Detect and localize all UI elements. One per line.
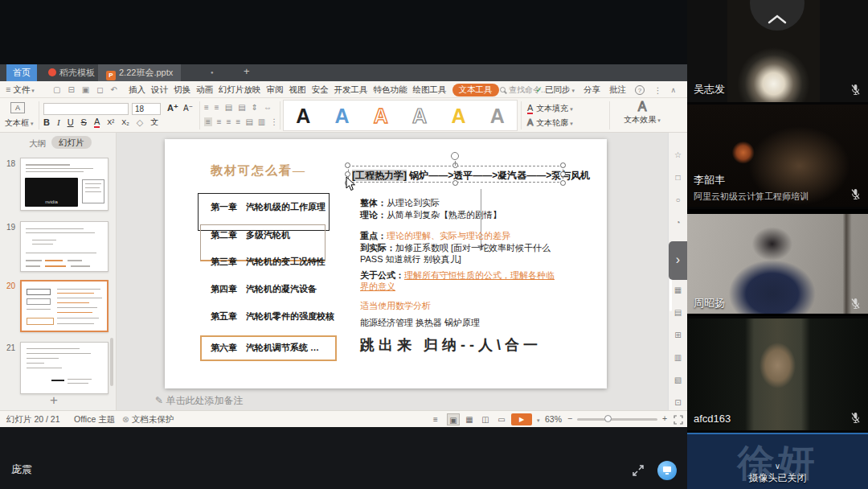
- participant-tile-camera-off[interactable]: 徐妍 ∨ 摄像头已关闭: [687, 433, 868, 489]
- decrease-font-button[interactable]: A⁻: [183, 104, 193, 113]
- chapter-line[interactable]: 第四章 汽轮机的凝汽设备: [211, 283, 317, 295]
- menu-animation[interactable]: 动画: [196, 84, 213, 96]
- menu-transitions[interactable]: 切换: [174, 84, 190, 96]
- side-tool-icon[interactable]: ⊡: [674, 398, 681, 407]
- side-tool-icon[interactable]: ▥: [674, 353, 682, 362]
- side-tool-icon[interactable]: ▧: [674, 376, 682, 384]
- tab-home[interactable]: 首页: [6, 64, 37, 81]
- note-line[interactable]: 到实际：加修正系数呗 [面对一坨效率时候干什么 PASS 知道就行 别较真儿]: [360, 242, 571, 265]
- note-line[interactable]: 重点：理论的理解、实际与理论的差异: [360, 230, 510, 241]
- font-color-button[interactable]: A: [94, 117, 100, 128]
- selection-handle[interactable]: [560, 171, 566, 177]
- wordart-preset-gray[interactable]: A: [490, 101, 505, 130]
- horizontal-spacing-icon[interactable]: ⇔: [264, 103, 272, 112]
- tab-slides-active[interactable]: 幻灯片: [51, 136, 92, 149]
- side-tool-icon[interactable]: ○: [675, 195, 680, 204]
- underline-button[interactable]: U: [68, 117, 74, 127]
- participant-tile[interactable]: 李韶丰 阿里云初级云计算工程师培训: [687, 105, 868, 209]
- columns-icon[interactable]: ▥: [258, 117, 265, 126]
- chapter-line[interactable]: 第二章 多级汽轮机: [211, 229, 290, 241]
- kebab-menu-icon[interactable]: ⋮: [653, 85, 662, 95]
- wordart-preset-orange-outline[interactable]: A: [374, 101, 388, 130]
- meeting-app-button[interactable]: [657, 461, 677, 480]
- panel-scrollbar[interactable]: [110, 338, 113, 386]
- chapter-line[interactable]: 第五章 汽轮机零件的强度校核: [211, 310, 334, 323]
- side-tool-icon[interactable]: ▤: [674, 308, 682, 317]
- bullets-icon[interactable]: ⋮: [270, 117, 278, 126]
- side-tool-icon[interactable]: ▦: [674, 286, 682, 294]
- participant-tile[interactable]: afcd163: [687, 318, 868, 433]
- collapse-ribbon-icon[interactable]: ∧: [670, 86, 676, 94]
- strikethrough-button[interactable]: S: [81, 117, 87, 127]
- new-tab-button[interactable]: +: [244, 65, 250, 77]
- menu-drawing-tools[interactable]: 绘图工具: [413, 84, 447, 96]
- font-size-combobox[interactable]: 18: [132, 103, 161, 115]
- side-tool-icon[interactable]: ☆: [674, 150, 682, 159]
- note-line[interactable]: 整体：从理论到实际: [360, 197, 440, 208]
- selection-handle[interactable]: [560, 162, 566, 168]
- superscript-button[interactable]: X²: [107, 118, 114, 126]
- text-fill-button[interactable]: A文本填充▾: [527, 103, 573, 114]
- preview-icon[interactable]: ▣: [82, 85, 89, 94]
- theme-name[interactable]: Office 主题: [74, 414, 115, 425]
- zoom-slider-track[interactable]: [577, 418, 657, 421]
- line-spacing-icon[interactable]: ≡: [204, 103, 209, 112]
- rotate-handle[interactable]: [451, 152, 459, 160]
- file-menu[interactable]: ≡文件▾: [6, 81, 35, 98]
- menu-design[interactable]: 设计: [151, 84, 168, 96]
- menu-text-tools-active[interactable]: 文本工具: [452, 84, 499, 97]
- align-right-icon[interactable]: ≡: [227, 117, 231, 126]
- menu-insert[interactable]: 插入: [129, 84, 145, 96]
- increase-font-button[interactable]: A⁺: [167, 103, 178, 113]
- selection-handle[interactable]: [452, 180, 458, 186]
- share-button[interactable]: 分享: [583, 84, 600, 96]
- play-slideshow-button[interactable]: ▶: [511, 413, 532, 425]
- note-line[interactable]: 关于公式：理解所有守恒性质的公式，理解各种临界的意义: [360, 269, 563, 292]
- menu-slideshow[interactable]: 幻灯片放映: [219, 84, 261, 96]
- menu-dev-tools[interactable]: 开发工具: [334, 84, 368, 96]
- menu-view[interactable]: 视图: [289, 84, 306, 96]
- distribute-icon[interactable]: ▤: [245, 117, 252, 126]
- side-tool-icon[interactable]: ◔: [675, 218, 680, 227]
- align-center-icon[interactable]: ≡: [217, 117, 222, 126]
- zoom-percent[interactable]: 63%: [545, 414, 562, 424]
- slide-thumbnail-18[interactable]: nvidia: [20, 158, 108, 211]
- slide-big-phrase[interactable]: 跳出来 归纳--人\合一: [360, 335, 542, 355]
- fit-window-icon[interactable]: [674, 415, 683, 425]
- justify-icon[interactable]: ≡: [236, 117, 241, 126]
- zoom-out-button[interactable]: −: [567, 413, 572, 423]
- comment-button[interactable]: 批注: [609, 84, 626, 96]
- wordart-preset-black[interactable]: A: [296, 101, 310, 130]
- note-line[interactable]: 适当使用数学分析: [360, 300, 431, 311]
- slide-thumbnail-19[interactable]: [20, 221, 108, 272]
- slide-editing-surface[interactable]: 教材可怎么看— [工程热力学] 锅炉——>透平——>凝汽器——>泵与风机: [165, 139, 607, 388]
- chevron-down-icon[interactable]: ∨: [687, 462, 868, 471]
- sync-status[interactable]: ✓ 已同步▾: [535, 84, 575, 96]
- document-protection[interactable]: ⊗ 文档未保护: [122, 414, 174, 425]
- side-tool-icon[interactable]: ⊞: [674, 331, 681, 339]
- fill-table-icon[interactable]: ▤: [225, 103, 232, 112]
- clear-format-icon[interactable]: ◇: [137, 117, 143, 128]
- menu-review[interactable]: 审阅: [267, 84, 284, 96]
- split-view-icon[interactable]: ◫: [479, 413, 492, 425]
- add-slide-button[interactable]: +: [50, 392, 58, 409]
- tab-document[interactable]: P2.22班会.pptx: [98, 64, 181, 81]
- bold-button[interactable]: B: [43, 117, 50, 127]
- note-line[interactable]: 能源经济管理 换热器 锅炉原理: [360, 317, 480, 328]
- side-tool-icon[interactable]: □: [675, 173, 680, 182]
- undo-icon[interactable]: ↶: [111, 85, 117, 94]
- save-icon[interactable]: ▢: [53, 85, 60, 94]
- reading-view-icon[interactable]: ▭: [495, 413, 508, 425]
- slide-title[interactable]: 教材可怎么看—: [211, 163, 306, 179]
- menu-special-features[interactable]: 特色功能: [374, 84, 407, 96]
- zoom-slider-knob[interactable]: [604, 415, 612, 422]
- character-tool-button[interactable]: 文: [150, 117, 158, 128]
- print-icon[interactable]: ⊟: [68, 85, 74, 94]
- chapter-line[interactable]: 第一章 汽轮机级的工作原理: [211, 201, 326, 213]
- slide-thumbnail-21[interactable]: [20, 342, 108, 394]
- zoom-in-button[interactable]: +: [662, 413, 667, 423]
- wordart-preset-white-outline[interactable]: A: [412, 101, 427, 130]
- expand-fullscreen-icon[interactable]: [632, 464, 645, 477]
- textbox-tool-icon[interactable]: A: [10, 102, 25, 113]
- sidebar-collapse-handle[interactable]: ›: [669, 241, 687, 280]
